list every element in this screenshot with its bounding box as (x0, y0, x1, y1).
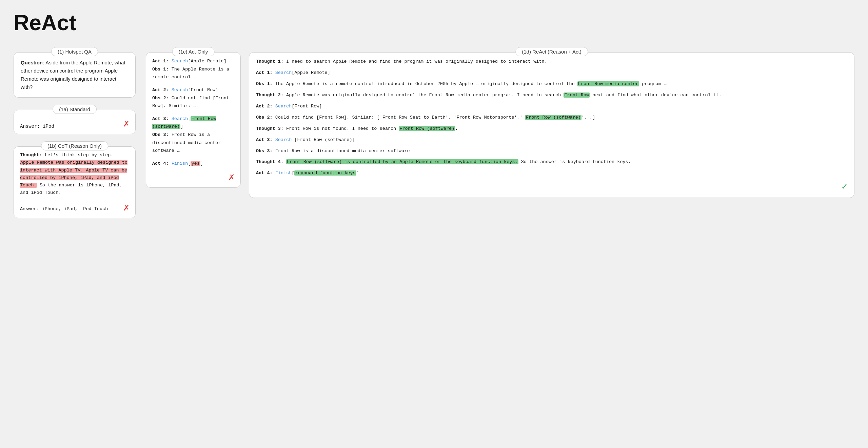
cot-highlight-apple-remote: Apple Remote was originally designed to … (20, 160, 127, 188)
main-layout: (1) Hotspot QA Question: Aside from the … (14, 45, 854, 218)
standard-answer: Answer: iPod (20, 124, 54, 129)
react-act3-row: Act 3: Search [Front Row (software)] (256, 136, 847, 144)
cot-thought-text: Thought: Let's think step by step. Apple… (20, 151, 129, 197)
act3-row: Act 3: Search[Front Row (software)] (152, 115, 234, 131)
obs2-label: Obs 2: (152, 96, 169, 101)
question-label: Question: (21, 60, 44, 65)
standard-panel: (1a) Standard Answer: iPod ✗ (14, 110, 136, 134)
react-panel: (1d) ReAct (Reason + Act) Thought 1: I n… (249, 52, 854, 198)
react-act1-label: Act 1: (256, 70, 273, 75)
react-thought2: Thought 2: Apple Remote was originally d… (256, 91, 847, 99)
act4-finish-link: Finish (172, 161, 188, 166)
react-thought3-label: Thought 3: (256, 126, 283, 131)
react-act2-row: Act 2: Search[Front Row] (256, 103, 847, 110)
act4-row: Act 4: Finish[yes] (152, 160, 234, 168)
act-cross-icon: ✗ (229, 171, 234, 183)
question-panel-title: (1) Hotspot QA (51, 47, 98, 56)
react-act1-row: Act 1: Search[Apple Remote] (256, 69, 847, 77)
obs2-row: Obs 2: Could not find [Front Row]. Simil… (152, 94, 234, 110)
react-column: (1d) ReAct (Reason + Act) Thought 1: I n… (249, 45, 854, 198)
cot-answer-row: Answer: iPhone, iPad, iPod Touch ✗ (20, 202, 129, 213)
act2-row: Act 2: Search[Front Row] (152, 86, 234, 94)
react-act4-finish-link: Finish (275, 170, 292, 176)
react-check-icon: ✓ (842, 181, 847, 192)
cot-answer: Answer: iPhone, iPad, iPod Touch (20, 205, 108, 213)
act3-label: Act 3: (152, 116, 169, 121)
question-text: Question: Aside from the Apple Remote, w… (21, 59, 129, 91)
react-act2-search-link: Search (275, 104, 292, 109)
cot-panel-title: (1b) CoT (Reason Only) (41, 141, 108, 150)
standard-answer-row: Answer: iPod ✗ (20, 118, 129, 129)
react-thought3: Thought 3: Front Row is not found. I nee… (256, 125, 847, 133)
react-panel-bottom-icon-row: ✓ (256, 181, 847, 192)
obs1-label: Obs 1: (152, 67, 169, 72)
react-obs1-row: Obs 1: The Apple Remote is a remote cont… (256, 80, 847, 88)
react-thought2-highlight-front-row: Front Row (564, 93, 590, 98)
cot-panel: (1b) CoT (Reason Only) Thought: Let's th… (14, 146, 136, 218)
obs3-label: Obs 3: (152, 132, 169, 137)
right-column: (1c) Act-Only Act 1: Search[Apple Remote… (146, 45, 854, 198)
react-act4-label: Act 4: (256, 170, 273, 176)
react-act2-label: Act 2: (256, 104, 273, 109)
react-thought1: Thought 1: I need to search Apple Remote… (256, 58, 847, 66)
react-act4-highlight-keyboard-function-keys: keyboard function keys (294, 170, 356, 176)
act-panel: (1c) Act-Only Act 1: Search[Apple Remote… (146, 52, 241, 188)
act-only-column: (1c) Act-Only Act 1: Search[Apple Remote… (146, 45, 241, 188)
react-panel-title: (1d) ReAct (Reason + Act) (515, 47, 588, 56)
left-column: (1) Hotspot QA Question: Aside from the … (14, 45, 136, 218)
act3-search-link: Search (172, 116, 188, 121)
react-act3-search-link: Search (275, 137, 292, 142)
react-thought2-label: Thought 2: (256, 93, 283, 98)
obs1-row: Obs 1: The Apple Remote is a remote cont… (152, 65, 234, 81)
react-thought3-highlight-front-row-software: Front Row (software) (399, 126, 455, 131)
react-obs1-highlight-front-row: Front Row media center (577, 81, 639, 86)
act1-row: Act 1: Search[Apple Remote] (152, 57, 234, 65)
cot-thought-label: Thought: (20, 152, 42, 158)
react-thought4-label: Thought 4: (256, 159, 283, 164)
act1-label: Act 1: (152, 59, 169, 64)
react-thought1-label: Thought 1: (256, 59, 283, 64)
act1-search-link: Search (172, 59, 188, 64)
question-panel: (1) Hotspot QA Question: Aside from the … (14, 52, 136, 98)
act2-label: Act 2: (152, 87, 169, 93)
act-panel-bottom-icon-row: ✗ (152, 171, 234, 183)
page-title: ReAct (14, 10, 854, 35)
react-obs1-label: Obs 1: (256, 81, 273, 86)
act-panel-title: (1c) Act-Only (172, 47, 215, 56)
act4-label: Act 4: (152, 161, 169, 166)
react-act1-search-link: Search (275, 70, 292, 75)
standard-cross-icon: ✗ (123, 118, 129, 129)
react-thought4-highlight-keyboard: Front Row (software) is controlled by an… (286, 159, 518, 164)
react-act4-row: Act 4: Finish[keyboard function keys] (256, 169, 847, 177)
act2-search-link: Search (172, 87, 188, 93)
react-obs3-row: Obs 3: Front Row is a discontinued media… (256, 147, 847, 155)
standard-panel-title: (1a) Standard (53, 105, 97, 114)
react-obs3-label: Obs 3: (256, 148, 273, 154)
act4-highlight: yes (191, 161, 200, 166)
react-obs2-row: Obs 2: Could not find [Front Row]. Simil… (256, 114, 847, 122)
react-thought4: Thought 4: Front Row (software) is contr… (256, 158, 847, 166)
react-obs2-label: Obs 2: (256, 115, 273, 120)
obs3-row: Obs 3: Front Row is a discontinued media… (152, 131, 234, 155)
react-obs2-highlight-front-row-software: Front Row (software) (525, 115, 581, 120)
cot-cross-icon: ✗ (123, 202, 129, 213)
react-act3-label: Act 3: (256, 137, 273, 142)
